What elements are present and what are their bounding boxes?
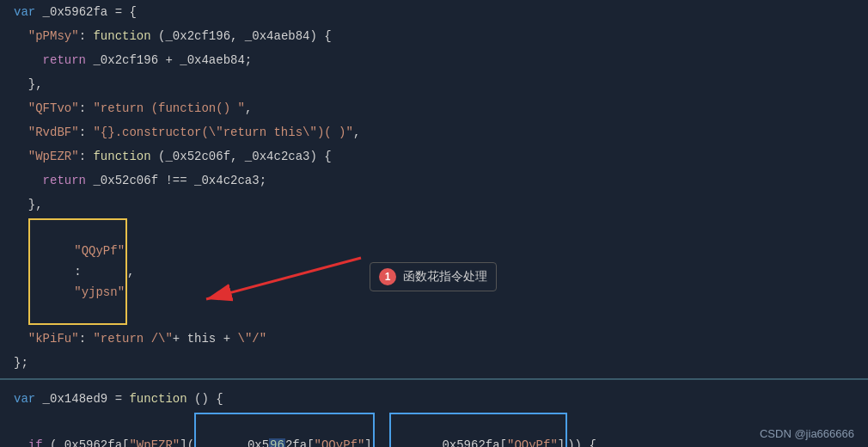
tooltip-number: 1 [379,268,396,285]
code-line-4: }, [0,72,868,96]
watermark: CSDN @jia666666 [760,427,854,440]
section-divider [0,378,868,380]
code-line-11: "kPiFu" : "return /\" + this + \"/" [0,327,868,351]
code-editor: var _0x5962fa = { "pPMsy" : function (_0… [0,0,868,447]
tooltip-annotation: 1 函数花指令处理 [370,262,497,291]
code-line-6: "RvdBF" : "{}.constructor(\"return this\… [0,120,868,144]
code-line-2: "pPMsy" : function (_0x2cf196, _0x4aeb84… [0,24,868,48]
code-line-if: if (_0x5962fa[ "WpEZR" ]( _0x5962fa["QQy… [0,411,868,447]
code-line-8: return _0x52c06f !== _0x4c2ca3; [0,168,868,193]
highlight-box-blue1: _0x5962fa["QQyPf"] [194,413,375,447]
code-line-5: "QFTvo" : "return (function() " , [0,96,868,120]
code-line-1: var _0x5962fa = { [0,0,868,24]
code-line-var148: var _0x148ed9 = function () { [0,387,868,411]
code-line-7: "WpEZR" : function (_0x52c06f, _0x4c2ca3… [0,144,868,168]
code-line-9: }, [0,193,868,217]
highlight-box-blue2: _0x5962fa["QQyPf"] [389,413,568,447]
highlight-box-qqypf: "QQyPf" : "yjpsn" [28,218,127,325]
tooltip-text: 函数花指令处理 [403,269,487,285]
code-line-12: }; [0,351,868,375]
code-line-3: return _0x2cf196 + _0x4aeb84; [0,48,868,72]
keyword-var: var [14,2,35,22]
